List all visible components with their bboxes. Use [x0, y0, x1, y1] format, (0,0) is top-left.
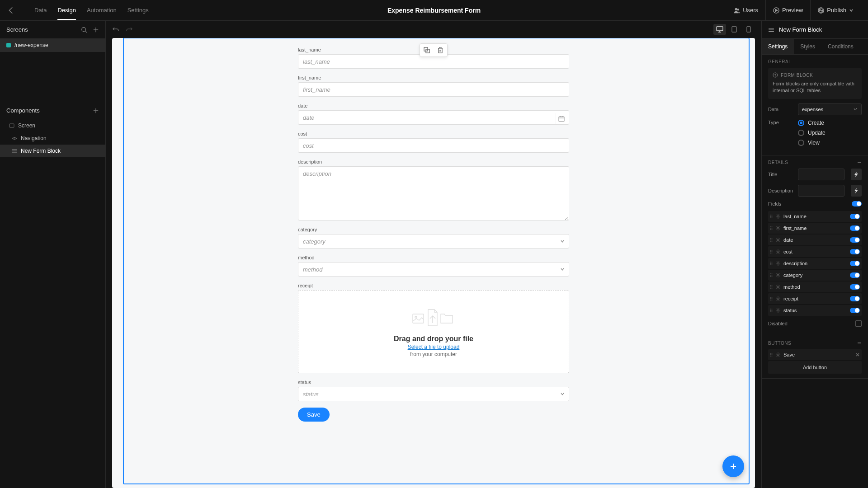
- svg-point-50: [777, 263, 779, 264]
- drag-handle-icon: [770, 296, 773, 301]
- field-toggle[interactable]: [850, 249, 860, 254]
- svg-point-57: [777, 274, 779, 276]
- disabled-checkbox[interactable]: [855, 320, 862, 327]
- component-form-block[interactable]: New Form Block: [0, 145, 105, 157]
- section-buttons[interactable]: BUTTONS: [768, 341, 862, 346]
- field-row-date[interactable]: date: [768, 235, 862, 245]
- dropzone-title: Drag and drop your file: [303, 335, 564, 343]
- label-cost: cost: [298, 131, 569, 136]
- svg-point-61: [772, 286, 773, 287]
- plus-icon[interactable]: [93, 108, 99, 114]
- component-screen[interactable]: Screen: [0, 119, 105, 132]
- search-icon[interactable]: [81, 27, 87, 33]
- close-icon[interactable]: [855, 352, 860, 357]
- gear-icon: [775, 284, 781, 290]
- drag-handle-icon: [770, 352, 773, 357]
- svg-point-23: [770, 226, 771, 227]
- svg-point-42: [772, 253, 773, 253]
- save-button[interactable]: Save: [298, 408, 330, 422]
- svg-point-39: [770, 251, 771, 252]
- input-cost[interactable]: [298, 138, 569, 153]
- device-tablet[interactable]: [728, 24, 741, 35]
- field-toggle[interactable]: [850, 308, 860, 313]
- drag-handle-icon: [770, 285, 773, 289]
- field-toggle[interactable]: [850, 214, 860, 219]
- play-circle-icon: [773, 7, 779, 14]
- inspector-tab-styles[interactable]: Styles: [794, 39, 821, 54]
- field-toggle[interactable]: [850, 296, 860, 301]
- plus-icon[interactable]: [93, 27, 99, 33]
- topnav-data[interactable]: Data: [29, 0, 52, 20]
- svg-point-38: [772, 250, 773, 251]
- field-toggle[interactable]: [850, 261, 860, 266]
- prop-title-label: Title: [768, 172, 793, 177]
- topnav-automation[interactable]: Automation: [81, 0, 122, 20]
- component-navigation[interactable]: Navigation: [0, 132, 105, 145]
- field-toggle[interactable]: [850, 272, 860, 278]
- fab-add[interactable]: [722, 455, 744, 477]
- topnav-design[interactable]: Design: [52, 0, 81, 20]
- svg-point-71: [777, 298, 779, 300]
- delete-button[interactable]: [434, 44, 447, 56]
- type-radio-create[interactable]: Create: [798, 120, 826, 126]
- field-row-receipt[interactable]: receipt: [768, 293, 862, 304]
- back-icon[interactable]: [7, 6, 15, 14]
- prop-title-input[interactable]: [798, 169, 844, 180]
- svg-point-32: [770, 239, 771, 240]
- field-row-cost[interactable]: cost: [768, 246, 862, 257]
- infobox-head: FORM BLOCK: [773, 72, 857, 78]
- bolt-button[interactable]: [851, 185, 862, 197]
- section-details[interactable]: DETAILS: [768, 160, 862, 165]
- artboard[interactable]: last_name first_name date cost descripti…: [112, 38, 755, 488]
- field-row-description[interactable]: description: [768, 258, 862, 269]
- device-desktop[interactable]: [713, 24, 726, 35]
- svg-point-48: [770, 264, 771, 265]
- inspector-tab-settings[interactable]: Settings: [762, 39, 794, 54]
- topnav-settings[interactable]: Settings: [122, 0, 154, 20]
- file-dropzone[interactable]: Drag and drop your file Select a file to…: [298, 290, 569, 373]
- dropzone-link[interactable]: Select a file to upload: [408, 344, 460, 350]
- field-toggle[interactable]: [850, 284, 860, 290]
- field-row-first_name[interactable]: first_name: [768, 223, 862, 234]
- input-date[interactable]: [298, 110, 569, 125]
- gear-icon: [775, 272, 781, 278]
- button-row[interactable]: Save: [768, 349, 862, 360]
- publish-action[interactable]: Publish: [810, 0, 861, 21]
- select-method[interactable]: [298, 262, 569, 277]
- add-button-row[interactable]: Add button: [768, 361, 862, 374]
- field-row-last_name[interactable]: last_name: [768, 211, 862, 222]
- field-toggle[interactable]: [850, 225, 860, 231]
- calendar-icon[interactable]: [556, 113, 566, 124]
- prop-data-select[interactable]: expenses: [798, 103, 862, 115]
- screen-item[interactable]: /new-expense: [0, 38, 105, 52]
- input-first-name[interactable]: [298, 82, 569, 97]
- type-radio-update[interactable]: Update: [798, 130, 826, 136]
- prop-desc-input[interactable]: [798, 185, 844, 197]
- select-status[interactable]: [298, 387, 569, 401]
- svg-point-47: [772, 263, 773, 264]
- field-toggle[interactable]: [850, 237, 860, 243]
- inspector-tab-conditions[interactable]: Conditions: [821, 39, 860, 54]
- lightning-icon: [854, 188, 859, 193]
- device-mobile[interactable]: [742, 24, 755, 35]
- preview-action[interactable]: Preview: [765, 0, 810, 21]
- svg-point-75: [772, 310, 773, 311]
- svg-point-33: [772, 239, 773, 240]
- radio-dot-icon: [798, 130, 804, 136]
- users-action[interactable]: Users: [726, 0, 765, 21]
- field-row-category[interactable]: category: [768, 270, 862, 281]
- bolt-button[interactable]: [851, 169, 862, 180]
- svg-point-80: [772, 353, 773, 354]
- select-category[interactable]: [298, 234, 569, 249]
- svg-point-35: [772, 241, 773, 242]
- duplicate-button[interactable]: [420, 44, 434, 56]
- svg-point-85: [777, 354, 779, 356]
- field-row-method[interactable]: method: [768, 282, 862, 292]
- type-radio-view[interactable]: View: [798, 140, 826, 146]
- field-row-status[interactable]: status: [768, 305, 862, 316]
- redo-icon[interactable]: [126, 26, 133, 33]
- input-description[interactable]: [298, 166, 569, 221]
- svg-point-1: [737, 9, 739, 10]
- undo-icon[interactable]: [112, 26, 119, 33]
- fields-master-toggle[interactable]: [852, 201, 862, 206]
